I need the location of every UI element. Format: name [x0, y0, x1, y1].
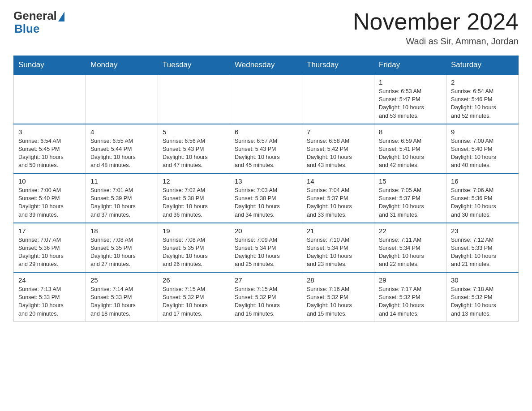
calendar-cell: [158, 74, 230, 124]
month-title: November 2024: [353, 9, 519, 34]
day-number: 6: [235, 128, 297, 136]
calendar-cell: 7Sunrise: 6:58 AM Sunset: 5:42 PM Daylig…: [302, 124, 374, 174]
day-info: Sunrise: 7:02 AM Sunset: 5:38 PM Dayligh…: [163, 186, 225, 219]
day-number: 1: [379, 78, 442, 86]
day-info: Sunrise: 7:01 AM Sunset: 5:39 PM Dayligh…: [90, 186, 153, 219]
day-number: 3: [18, 128, 81, 136]
day-info: Sunrise: 7:13 AM Sunset: 5:33 PM Dayligh…: [18, 285, 81, 318]
page-header: General Blue November 2024 Wadi as Sir, …: [13, 9, 519, 47]
calendar-cell: 21Sunrise: 7:10 AM Sunset: 5:34 PM Dayli…: [302, 223, 374, 273]
day-number: 2: [451, 78, 514, 86]
day-info: Sunrise: 6:55 AM Sunset: 5:44 PM Dayligh…: [90, 137, 153, 170]
day-number: 15: [379, 177, 442, 185]
calendar-cell: 12Sunrise: 7:02 AM Sunset: 5:38 PM Dayli…: [158, 173, 230, 223]
calendar-header-saturday: Saturday: [446, 56, 519, 75]
day-number: 18: [90, 227, 153, 235]
day-info: Sunrise: 7:00 AM Sunset: 5:40 PM Dayligh…: [18, 186, 81, 219]
calendar-header-thursday: Thursday: [302, 56, 374, 75]
day-number: 30: [451, 276, 514, 284]
calendar-cell: 29Sunrise: 7:17 AM Sunset: 5:32 PM Dayli…: [374, 272, 446, 321]
day-info: Sunrise: 6:58 AM Sunset: 5:42 PM Dayligh…: [307, 137, 369, 170]
day-info: Sunrise: 7:10 AM Sunset: 5:34 PM Dayligh…: [307, 236, 369, 269]
calendar-header-wednesday: Wednesday: [230, 56, 302, 75]
day-number: 12: [163, 177, 225, 185]
day-info: Sunrise: 7:03 AM Sunset: 5:38 PM Dayligh…: [235, 186, 297, 219]
calendar-cell: 11Sunrise: 7:01 AM Sunset: 5:39 PM Dayli…: [86, 173, 158, 223]
day-info: Sunrise: 7:08 AM Sunset: 5:35 PM Dayligh…: [163, 236, 225, 269]
day-info: Sunrise: 7:06 AM Sunset: 5:36 PM Dayligh…: [451, 186, 514, 219]
calendar-cell: 3Sunrise: 6:54 AM Sunset: 5:45 PM Daylig…: [14, 124, 86, 174]
calendar-cell: 25Sunrise: 7:14 AM Sunset: 5:33 PM Dayli…: [86, 272, 158, 321]
calendar-header-row: SundayMondayTuesdayWednesdayThursdayFrid…: [14, 56, 519, 75]
day-info: Sunrise: 7:18 AM Sunset: 5:32 PM Dayligh…: [451, 285, 514, 318]
logo-blue-text: Blue: [14, 22, 39, 36]
calendar-cell: 24Sunrise: 7:13 AM Sunset: 5:33 PM Dayli…: [14, 272, 86, 321]
day-number: 7: [307, 128, 369, 136]
day-info: Sunrise: 6:56 AM Sunset: 5:43 PM Dayligh…: [163, 137, 225, 170]
day-number: 11: [90, 177, 153, 185]
day-info: Sunrise: 6:59 AM Sunset: 5:41 PM Dayligh…: [379, 137, 442, 170]
calendar-cell: 26Sunrise: 7:15 AM Sunset: 5:32 PM Dayli…: [158, 272, 230, 321]
calendar-cell: 14Sunrise: 7:04 AM Sunset: 5:37 PM Dayli…: [302, 173, 374, 223]
calendar-cell: 15Sunrise: 7:05 AM Sunset: 5:37 PM Dayli…: [374, 173, 446, 223]
calendar-header-sunday: Sunday: [14, 56, 86, 75]
day-number: 27: [235, 276, 297, 284]
calendar-cell: 27Sunrise: 7:15 AM Sunset: 5:32 PM Dayli…: [230, 272, 302, 321]
calendar-cell: 20Sunrise: 7:09 AM Sunset: 5:34 PM Dayli…: [230, 223, 302, 273]
day-number: 21: [307, 227, 369, 235]
day-info: Sunrise: 7:15 AM Sunset: 5:32 PM Dayligh…: [163, 285, 225, 318]
calendar-cell: 8Sunrise: 6:59 AM Sunset: 5:41 PM Daylig…: [374, 124, 446, 174]
calendar-cell: 4Sunrise: 6:55 AM Sunset: 5:44 PM Daylig…: [86, 124, 158, 174]
calendar-cell: [230, 74, 302, 124]
day-info: Sunrise: 7:15 AM Sunset: 5:32 PM Dayligh…: [235, 285, 297, 318]
day-number: 13: [235, 177, 297, 185]
day-info: Sunrise: 7:16 AM Sunset: 5:32 PM Dayligh…: [307, 285, 369, 318]
calendar-cell: 1Sunrise: 6:53 AM Sunset: 5:47 PM Daylig…: [374, 74, 446, 124]
day-number: 5: [163, 128, 225, 136]
day-number: 20: [235, 227, 297, 235]
calendar-header-tuesday: Tuesday: [158, 56, 230, 75]
calendar-cell: 19Sunrise: 7:08 AM Sunset: 5:35 PM Dayli…: [158, 223, 230, 273]
title-section: November 2024 Wadi as Sir, Amman, Jordan: [353, 9, 519, 47]
day-info: Sunrise: 7:11 AM Sunset: 5:34 PM Dayligh…: [379, 236, 442, 269]
day-info: Sunrise: 7:12 AM Sunset: 5:33 PM Dayligh…: [451, 236, 514, 269]
day-number: 29: [379, 276, 442, 284]
week-row-3: 10Sunrise: 7:00 AM Sunset: 5:40 PM Dayli…: [14, 173, 519, 223]
calendar-cell: 9Sunrise: 7:00 AM Sunset: 5:40 PM Daylig…: [446, 124, 519, 174]
day-number: 4: [90, 128, 153, 136]
logo-triangle-icon: [58, 12, 64, 21]
calendar-cell: 6Sunrise: 6:57 AM Sunset: 5:43 PM Daylig…: [230, 124, 302, 174]
week-row-4: 17Sunrise: 7:07 AM Sunset: 5:36 PM Dayli…: [14, 223, 519, 273]
calendar-cell: [86, 74, 158, 124]
day-number: 19: [163, 227, 225, 235]
day-info: Sunrise: 7:09 AM Sunset: 5:34 PM Dayligh…: [235, 236, 297, 269]
calendar-cell: 18Sunrise: 7:08 AM Sunset: 5:35 PM Dayli…: [86, 223, 158, 273]
day-number: 25: [90, 276, 153, 284]
calendar-cell: 28Sunrise: 7:16 AM Sunset: 5:32 PM Dayli…: [302, 272, 374, 321]
day-info: Sunrise: 6:54 AM Sunset: 5:45 PM Dayligh…: [18, 137, 81, 170]
calendar-cell: 10Sunrise: 7:00 AM Sunset: 5:40 PM Dayli…: [14, 173, 86, 223]
week-row-5: 24Sunrise: 7:13 AM Sunset: 5:33 PM Dayli…: [14, 272, 519, 321]
calendar-cell: 23Sunrise: 7:12 AM Sunset: 5:33 PM Dayli…: [446, 223, 519, 273]
day-info: Sunrise: 7:04 AM Sunset: 5:37 PM Dayligh…: [307, 186, 369, 219]
calendar-header-friday: Friday: [374, 56, 446, 75]
day-info: Sunrise: 7:00 AM Sunset: 5:40 PM Dayligh…: [451, 137, 514, 170]
calendar-cell: 22Sunrise: 7:11 AM Sunset: 5:34 PM Dayli…: [374, 223, 446, 273]
day-number: 10: [18, 177, 81, 185]
day-number: 14: [307, 177, 369, 185]
day-number: 8: [379, 128, 442, 136]
calendar-cell: 2Sunrise: 6:54 AM Sunset: 5:46 PM Daylig…: [446, 74, 519, 124]
calendar-cell: 5Sunrise: 6:56 AM Sunset: 5:43 PM Daylig…: [158, 124, 230, 174]
day-info: Sunrise: 7:08 AM Sunset: 5:35 PM Dayligh…: [90, 236, 153, 269]
day-info: Sunrise: 6:57 AM Sunset: 5:43 PM Dayligh…: [235, 137, 297, 170]
day-info: Sunrise: 6:54 AM Sunset: 5:46 PM Dayligh…: [451, 87, 514, 120]
day-number: 28: [307, 276, 369, 284]
day-number: 17: [18, 227, 81, 235]
location-text: Wadi as Sir, Amman, Jordan: [353, 36, 519, 47]
calendar-header-monday: Monday: [86, 56, 158, 75]
day-info: Sunrise: 7:17 AM Sunset: 5:32 PM Dayligh…: [379, 285, 442, 318]
day-info: Sunrise: 7:05 AM Sunset: 5:37 PM Dayligh…: [379, 186, 442, 219]
calendar-table: SundayMondayTuesdayWednesdayThursdayFrid…: [13, 56, 519, 322]
week-row-2: 3Sunrise: 6:54 AM Sunset: 5:45 PM Daylig…: [14, 124, 519, 174]
calendar-cell: 17Sunrise: 7:07 AM Sunset: 5:36 PM Dayli…: [14, 223, 86, 273]
